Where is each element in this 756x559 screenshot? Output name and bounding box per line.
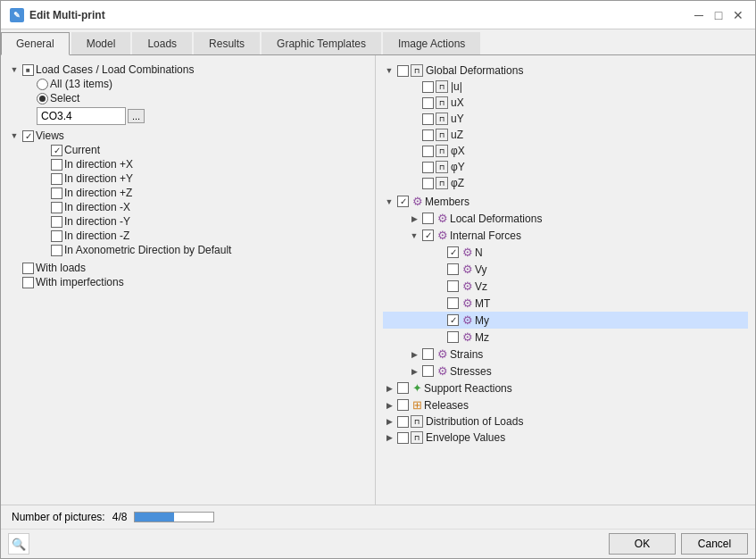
with-loads[interactable]: With loads: [8, 261, 368, 275]
force-my[interactable]: ⚙ My: [383, 312, 748, 329]
cb-internal[interactable]: [422, 229, 434, 241]
expander-envelope[interactable]: ▶: [383, 431, 395, 444]
close-button[interactable]: ✕: [730, 7, 746, 23]
strains[interactable]: ▶ ⚙ Strains: [383, 346, 748, 363]
cb-releases[interactable]: [397, 399, 409, 411]
cb-dir-nx[interactable]: [51, 202, 62, 213]
g-uz[interactable]: ⊓ uZ: [383, 127, 748, 143]
views-root[interactable]: ▼ Views: [8, 129, 368, 143]
cb-support[interactable]: [397, 382, 409, 394]
cb-my[interactable]: [447, 314, 459, 326]
g-uy[interactable]: ⊓ uY: [383, 111, 748, 127]
view-axonometric[interactable]: In Axonometric Direction by Default: [8, 243, 368, 257]
g-iu[interactable]: ⊓ |u|: [383, 79, 748, 95]
stresses[interactable]: ▶ ⚙ Stresses: [383, 363, 748, 380]
cb-load-cases[interactable]: [22, 64, 34, 76]
cancel-button[interactable]: Cancel: [681, 533, 748, 555]
force-vz[interactable]: ⚙ Vz: [383, 278, 748, 295]
cb-strains[interactable]: [422, 348, 434, 360]
minimize-button[interactable]: ─: [691, 7, 707, 23]
cb-views[interactable]: [22, 130, 34, 142]
expander-releases[interactable]: ▶: [383, 399, 395, 412]
dots-button[interactable]: ...: [128, 109, 145, 123]
cb-uz[interactable]: [422, 129, 434, 141]
maximize-button[interactable]: □: [710, 7, 727, 23]
local-deformations[interactable]: ▶ ⚙ Local Deformations: [383, 210, 748, 227]
view-dir-py[interactable]: In direction +Y: [8, 171, 368, 186]
members-root[interactable]: ▼ ⚙ Members: [383, 193, 748, 210]
cb-dir-nz[interactable]: [51, 230, 62, 242]
expander-members[interactable]: ▼: [383, 196, 395, 208]
expander-stresses[interactable]: ▶: [408, 365, 420, 378]
expander-views[interactable]: ▼: [8, 129, 21, 142]
view-dir-ny[interactable]: In direction -Y: [8, 214, 368, 229]
cb-dir-px[interactable]: [51, 159, 62, 171]
load-cases-root[interactable]: ▼ Load Cases / Load Combinations: [8, 63, 368, 77]
internal-forces[interactable]: ▼ ⚙ Internal Forces: [383, 227, 748, 244]
force-mz[interactable]: ⚙ Mz: [383, 329, 748, 346]
cb-envelope[interactable]: [397, 432, 409, 444]
cb-current[interactable]: [51, 145, 62, 156]
cb-imperfections[interactable]: [22, 277, 34, 288]
g-py[interactable]: ⊓ φY: [383, 159, 748, 175]
cb-ux[interactable]: [422, 97, 434, 109]
expander-internal[interactable]: ▼: [408, 229, 420, 242]
envelope-values[interactable]: ▶ ⊓ Envelope Values: [383, 430, 748, 446]
cb-mz[interactable]: [447, 331, 459, 343]
search-icon[interactable]: 🔍: [8, 533, 29, 555]
view-dir-nx[interactable]: In direction -X: [8, 200, 368, 214]
force-n[interactable]: ⚙ N: [383, 244, 748, 261]
expander-global[interactable]: ▼: [383, 64, 395, 77]
g-px[interactable]: ⊓ φX: [383, 143, 748, 159]
expander-distribution[interactable]: ▶: [383, 415, 395, 428]
select-item[interactable]: Select: [8, 91, 368, 105]
cb-with-loads[interactable]: [22, 263, 34, 274]
co-input[interactable]: [37, 107, 126, 125]
view-dir-pz[interactable]: In direction +Z: [8, 186, 368, 200]
expander-strains[interactable]: ▶: [408, 348, 420, 361]
with-imperfections[interactable]: With imperfections: [8, 275, 368, 289]
expander-local[interactable]: ▶: [408, 213, 420, 225]
radio-select[interactable]: [37, 93, 48, 104]
cb-px[interactable]: [422, 146, 434, 157]
g-ux[interactable]: ⊓ uX: [383, 95, 748, 111]
view-current[interactable]: Current: [8, 143, 368, 157]
releases[interactable]: ▶ ⊞ Releases: [383, 396, 748, 413]
cb-dir-py[interactable]: [51, 173, 62, 185]
expander-support[interactable]: ▶: [383, 382, 395, 395]
all-items[interactable]: All (13 items): [8, 77, 368, 91]
expander-load-cases[interactable]: ▼: [8, 63, 21, 76]
distribution-of-loads[interactable]: ▶ ⊓ Distribution of Loads: [383, 413, 748, 430]
cb-local[interactable]: [422, 213, 434, 224]
cb-uy[interactable]: [422, 113, 434, 125]
cb-distribution[interactable]: [397, 416, 409, 428]
cb-pz[interactable]: [422, 178, 434, 189]
global-deformations-root[interactable]: ▼ ⊓ Global Deformations: [383, 63, 748, 79]
cb-mt[interactable]: [447, 297, 459, 309]
tab-graphic-templates[interactable]: Graphic Templates: [262, 32, 381, 54]
cb-vz[interactable]: [447, 280, 459, 292]
support-reactions[interactable]: ▶ ✦ Support Reactions: [383, 380, 748, 396]
cb-n[interactable]: [447, 246, 459, 258]
radio-all[interactable]: [37, 79, 48, 90]
cb-iu[interactable]: [422, 81, 434, 93]
cb-global[interactable]: [397, 65, 409, 77]
g-pz[interactable]: ⊓ φZ: [383, 175, 748, 191]
tab-results[interactable]: Results: [194, 32, 260, 54]
tab-image-actions[interactable]: Image Actions: [383, 32, 480, 54]
force-mt[interactable]: ⚙ MT: [383, 295, 748, 312]
force-vy[interactable]: ⚙ Vy: [383, 261, 748, 278]
view-dir-nz[interactable]: In direction -Z: [8, 229, 368, 243]
tab-general[interactable]: General: [1, 32, 70, 55]
cb-stresses[interactable]: [422, 365, 434, 377]
cb-vy[interactable]: [447, 263, 459, 275]
cb-dir-pz[interactable]: [51, 188, 62, 199]
cb-members[interactable]: [397, 196, 409, 207]
ok-button[interactable]: OK: [609, 533, 676, 555]
tab-loads[interactable]: Loads: [132, 32, 192, 54]
tab-model[interactable]: Model: [71, 32, 131, 54]
cb-axonometric[interactable]: [51, 245, 62, 256]
cb-py[interactable]: [422, 162, 434, 173]
view-dir-px[interactable]: In direction +X: [8, 157, 368, 171]
cb-dir-ny[interactable]: [51, 216, 62, 228]
